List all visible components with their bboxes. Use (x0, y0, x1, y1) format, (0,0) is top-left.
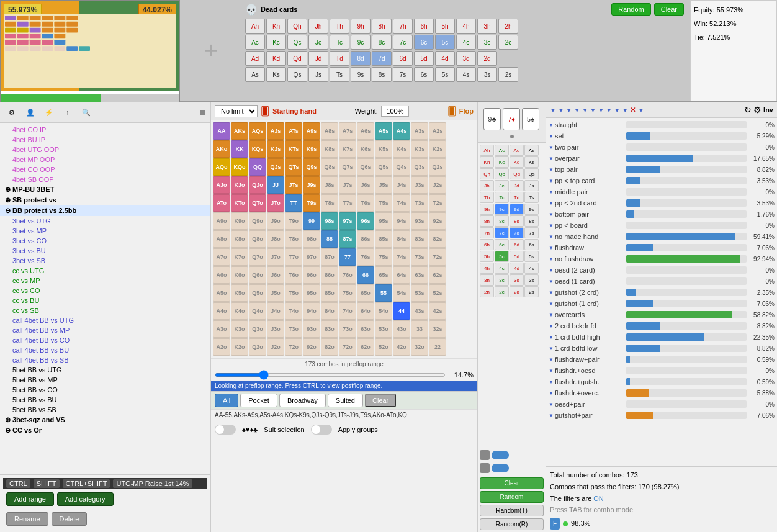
search-icon[interactable]: 🔍 (79, 106, 93, 119)
filters-link[interactable]: ON (593, 495, 604, 502)
stat-row-gutshot-(2-crd)[interactable]: ▼gutshot (2 crd)2.35% (546, 287, 777, 298)
hand-cell-83s[interactable]: 83s (411, 230, 428, 248)
card-7h[interactable]: 7h (393, 19, 413, 34)
hand-cell-92s[interactable]: 92s (429, 212, 446, 230)
hand-cell-T4o[interactable]: T4o (285, 302, 302, 320)
flop-card-8s[interactable]: 8s (524, 215, 539, 227)
sidebar-item-3bet-co[interactable]: 3bet vs CO (0, 236, 210, 246)
filter-broadway[interactable]: Broadway (279, 394, 326, 407)
lock-icon-2[interactable] (480, 463, 490, 473)
stat-row-two-pair[interactable]: ▼two pair0% (546, 142, 777, 153)
hand-cell-95s[interactable]: 95s (375, 212, 392, 230)
card-8c[interactable]: 8c (372, 35, 392, 50)
filter-triangle-6[interactable]: ▼ (590, 107, 596, 114)
hand-cell-K8s[interactable]: K8s (321, 140, 338, 158)
random-button-top[interactable]: Random (611, 3, 651, 16)
hand-cell-52s[interactable]: 52s (429, 284, 446, 302)
stat-row-middle-pair[interactable]: ▼middle pair0% (546, 186, 777, 197)
flop-card-Ts[interactable]: Ts (524, 192, 539, 203)
hand-cell-A5s[interactable]: A5s (375, 122, 392, 140)
hand-cell-92o[interactable]: 92o (303, 338, 320, 356)
hand-cell-K3s[interactable]: K3s (411, 140, 428, 158)
sidebar-item-call4bet-sb[interactable]: call 4bet BB vs SB (0, 355, 210, 365)
card-Qc[interactable]: Qc (287, 35, 307, 50)
card-7d[interactable]: 7d (372, 51, 392, 66)
hand-cell-A4s[interactable]: A4s (393, 122, 410, 140)
hand-cell-98s[interactable]: 98s (321, 212, 338, 230)
hand-cell-52o[interactable]: 52o (375, 338, 392, 356)
card-6c[interactable]: 6c (414, 35, 434, 50)
add-range-area[interactable]: + (180, 0, 242, 101)
hand-cell-KQo[interactable]: KQo (231, 158, 248, 176)
hand-cell-K4s[interactable]: K4s (393, 140, 410, 158)
hand-cell-Q3s[interactable]: Q3s (411, 158, 428, 176)
stat-filter-triangle[interactable]: ▼ (549, 223, 554, 228)
sidebar-item-sb-protect[interactable]: ⊕SB protect vs (0, 195, 210, 205)
hand-cell-T7s[interactable]: T7s (339, 194, 356, 212)
toggle-1[interactable] (492, 451, 509, 459)
card-4d[interactable]: 4d (435, 51, 455, 66)
sidebar-item-3bet-utg[interactable]: 3bet vs UTG (0, 216, 210, 226)
hand-cell-Q2o[interactable]: Q2o (249, 338, 266, 356)
flop-card-4s[interactable]: 4s (524, 263, 539, 274)
hand-cell-42o[interactable]: 42o (393, 338, 410, 356)
hand-cell-JJ[interactable]: JJ (267, 176, 284, 194)
hand-cell-J2o[interactable]: J2o (267, 338, 284, 356)
hand-cell-J7s[interactable]: J7s (339, 176, 356, 194)
stat-row-no-made-hand[interactable]: ▼no made hand59.41% (546, 231, 777, 242)
filter-triangle-2[interactable]: ▼ (558, 107, 564, 114)
card-Qs[interactable]: Qs (287, 67, 307, 82)
flop-card-3h[interactable]: 3h (480, 274, 494, 286)
card-8d[interactable]: 8d (351, 51, 371, 66)
flop-card-9c[interactable]: 9c (495, 204, 509, 215)
filter-triangle-5[interactable]: ▼ (582, 107, 588, 114)
card-Td[interactable]: Td (330, 51, 349, 66)
card-Jh[interactable]: Jh (308, 19, 328, 34)
hand-cell-95o[interactable]: 95o (303, 284, 320, 302)
flop-card-7s[interactable]: 7s (524, 227, 539, 238)
hand-cell-84s[interactable]: 84s (393, 230, 410, 248)
stat-row-overpair[interactable]: ▼overpair17.65% (546, 153, 777, 164)
stat-row-2-crd-bckdr-fd[interactable]: ▼2 crd bckdr fd8.82% (546, 320, 777, 331)
stat-row-flushdr.+oesd[interactable]: ▼flushdr.+oesd0% (546, 365, 777, 376)
hand-cell-A4o[interactable]: A4o (213, 302, 230, 320)
card-9h[interactable]: 9h (351, 19, 371, 34)
card-6s[interactable]: 6s (414, 67, 434, 82)
sidebar-item-call4bet-mp[interactable]: call 4bet BB vs MP (0, 325, 210, 335)
stat-row-flushdr.+overc.[interactable]: ▼flushdr.+overc.5.88% (546, 387, 777, 399)
filter-triangle-1[interactable]: ▼ (550, 107, 556, 114)
hand-cell-KK[interactable]: KK (231, 140, 248, 158)
card-Kc[interactable]: Kc (266, 35, 286, 50)
hand-cell-T8o[interactable]: T8o (285, 230, 302, 248)
hand-cell-42s[interactable]: 42s (429, 302, 446, 320)
clear-button-top[interactable]: Clear (654, 3, 684, 16)
hand-cell-22[interactable]: 22 (429, 338, 446, 356)
hand-cell-53s[interactable]: 53s (411, 284, 428, 302)
flop-card-Qs[interactable]: Qs (524, 168, 539, 179)
close-filter-icon[interactable]: ✕ (630, 106, 636, 114)
hand-cell-QJs[interactable]: QJs (267, 158, 284, 176)
hand-cell-97s[interactable]: 97s (339, 212, 356, 230)
flop-card-Ks[interactable]: Ks (524, 156, 539, 168)
breadcrumb-shift[interactable]: SHIFT (34, 479, 60, 488)
hand-cell-63s[interactable]: 63s (411, 266, 428, 284)
sidebar-item-5bet-utg[interactable]: 5bet BB vs UTG (0, 365, 210, 375)
hand-cell-Q9s[interactable]: Q9s (303, 158, 320, 176)
sidebar-item-cc-co[interactable]: cc vs CO (0, 286, 210, 295)
sidebar-item-cc-or[interactable]: ⊖CC vs Or (0, 425, 210, 436)
hand-cell-32o[interactable]: 32o (411, 338, 428, 356)
stat-row-top-pair[interactable]: ▼top pair8.82% (546, 164, 777, 175)
stat-filter-triangle[interactable]: ▼ (549, 346, 554, 351)
hand-cell-93o[interactable]: 93o (303, 320, 320, 338)
card-5s[interactable]: 5s (435, 67, 455, 82)
sidebar-item-4bet-co-oop[interactable]: 4bet CO OOP (0, 165, 210, 174)
hand-cell-32s[interactable]: 32s (429, 320, 446, 338)
card-Qd[interactable]: Qd (287, 51, 307, 66)
card-Tc[interactable]: Tc (330, 35, 349, 50)
breadcrumb-ctrl[interactable]: CTRL (6, 479, 30, 488)
hand-cell-62s[interactable]: 62s (429, 266, 446, 284)
flop-card-4c[interactable]: 4c (495, 263, 509, 274)
hand-cell-QJo[interactable]: QJo (249, 176, 266, 194)
hand-cell-44[interactable]: 44 (393, 302, 410, 320)
stat-row-oesd-(2-card)[interactable]: ▼oesd (2 card)0% (546, 264, 777, 276)
